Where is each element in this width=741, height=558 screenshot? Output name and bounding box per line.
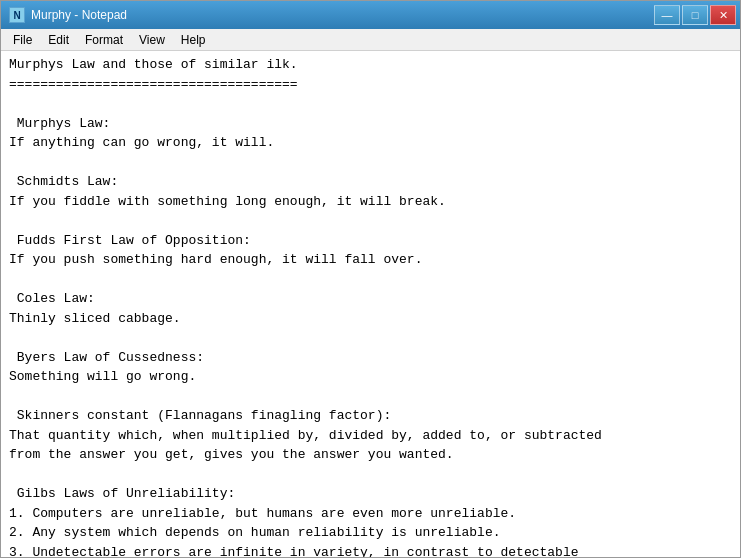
app-icon: N — [9, 7, 25, 23]
title-bar: N Murphy - Notepad — □ ✕ — [1, 1, 740, 29]
maximize-button[interactable]: □ — [682, 5, 708, 25]
notepad-window: N Murphy - Notepad — □ ✕ File Edit Forma… — [0, 0, 741, 558]
menu-format[interactable]: Format — [77, 30, 131, 50]
menu-file[interactable]: File — [5, 30, 40, 50]
text-editor[interactable] — [1, 51, 740, 557]
window-title: Murphy - Notepad — [31, 8, 127, 22]
menu-bar: File Edit Format View Help — [1, 29, 740, 51]
menu-view[interactable]: View — [131, 30, 173, 50]
editor-container — [1, 51, 740, 557]
window-controls: — □ ✕ — [654, 5, 736, 25]
minimize-button[interactable]: — — [654, 5, 680, 25]
menu-edit[interactable]: Edit — [40, 30, 77, 50]
menu-help[interactable]: Help — [173, 30, 214, 50]
title-bar-left: N Murphy - Notepad — [9, 7, 127, 23]
close-button[interactable]: ✕ — [710, 5, 736, 25]
